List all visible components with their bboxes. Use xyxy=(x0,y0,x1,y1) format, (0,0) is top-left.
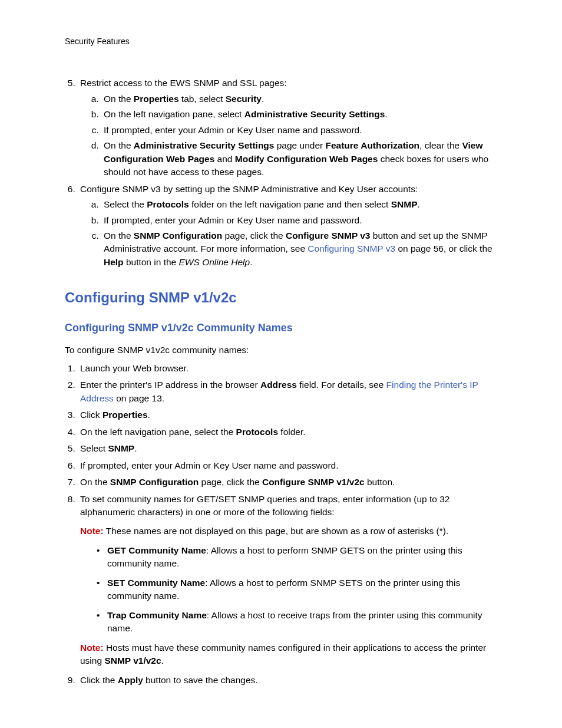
step-5-text: Restrict access to the EWS SNMP and SSL … xyxy=(80,78,287,88)
proc-3: Click Properties. xyxy=(78,409,503,421)
step-5-sublist: On the Properties tab, select Security. … xyxy=(80,93,503,179)
bullet-trap: Trap Community Name: Allows a host to re… xyxy=(97,609,503,635)
proc-6: If prompted, enter your Admin or Key Use… xyxy=(78,459,503,472)
step-5b: On the left navigation pane, select Admi… xyxy=(101,108,503,121)
step-6c: On the SNMP Configuration page, click th… xyxy=(101,229,503,269)
heading-community-names: Configuring SNMP v1/v2c Community Names xyxy=(65,320,503,335)
step-6-sublist: Select the Protocols folder on the left … xyxy=(80,198,503,269)
link-configuring-snmp-v3[interactable]: Configuring SNMP v3 xyxy=(308,243,395,253)
proc-5: Select SNMP. xyxy=(78,442,503,455)
step-5: Restrict access to the EWS SNMP and SSL … xyxy=(78,77,503,179)
note-label-1: Note: xyxy=(80,526,104,536)
step-6b: If prompted, enter your Admin or Key Use… xyxy=(101,214,503,227)
step-5a: On the Properties tab, select Security. xyxy=(101,93,503,106)
note-2: Note: Hosts must have these community na… xyxy=(80,641,503,668)
proc-1: Launch your Web browser. xyxy=(78,362,503,375)
heading-configuring-snmp: Configuring SNMP v1/v2c xyxy=(65,288,503,308)
proc-7: On the SNMP Configuration page, click th… xyxy=(78,476,503,489)
step-5d: On the Administrative Security Settings … xyxy=(101,139,503,179)
proc-9: Click the Apply button to save the chang… xyxy=(78,674,503,687)
bullet-set: SET Community Name: Allows a host to per… xyxy=(97,577,503,603)
procedure-list: Launch your Web browser. Enter the print… xyxy=(65,362,503,687)
proc-8: To set community names for GET/SET SNMP … xyxy=(78,493,503,668)
step-6: Configure SNMP v3 by setting up the SNMP… xyxy=(78,183,503,269)
page-header: Security Features xyxy=(65,35,503,47)
step-6a: Select the Protocols folder on the left … xyxy=(101,198,503,211)
community-bullets: GET Community Name: Allows a host to per… xyxy=(80,544,503,635)
step-5c: If prompted, enter your Admin or Key Use… xyxy=(101,124,503,137)
intro-paragraph: To configure SNMP v1v2c community names: xyxy=(65,344,503,357)
note-1: Note: These names are not displayed on t… xyxy=(80,525,503,538)
note-label-2: Note: xyxy=(80,643,104,653)
proc-2: Enter the printer's IP address in the br… xyxy=(78,378,503,405)
proc-4: On the left navigation pane, select the … xyxy=(78,426,503,439)
step-6-text: Configure SNMP v3 by setting up the SNMP… xyxy=(80,184,418,194)
top-ordered-list: Restrict access to the EWS SNMP and SSL … xyxy=(65,77,503,269)
bullet-get: GET Community Name: Allows a host to per… xyxy=(97,544,503,571)
